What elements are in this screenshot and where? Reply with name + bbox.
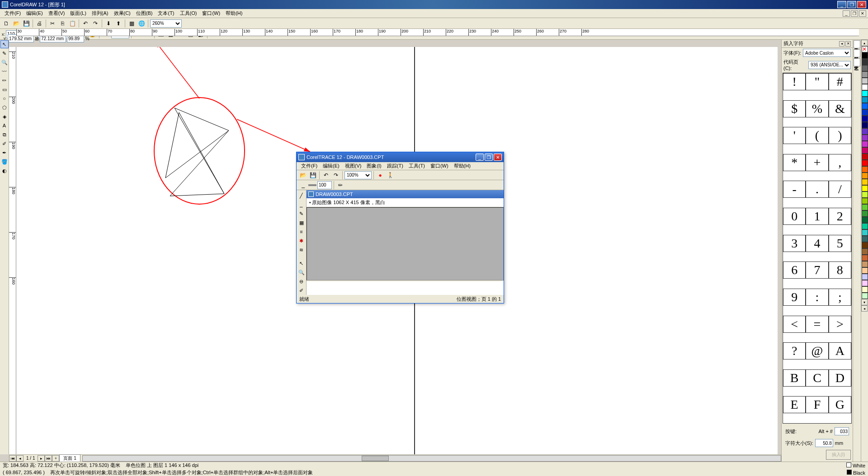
trace-menu-window[interactable]: 窗口(W) xyxy=(428,162,451,170)
menu-view[interactable]: 查看(V) xyxy=(46,9,68,18)
trace-redo-icon[interactable]: ↷ xyxy=(331,171,340,180)
trace-person-icon[interactable]: 🚶 xyxy=(386,171,395,180)
trace-canvas[interactable] xyxy=(307,207,504,280)
char-cell[interactable]: ( xyxy=(806,127,828,144)
color-swatch[interactable] xyxy=(862,173,868,179)
color-swatch[interactable] xyxy=(862,122,868,128)
eyedropper-tool-icon[interactable]: ✐ xyxy=(0,140,9,148)
interactive-fill-tool-icon[interactable]: ◐ xyxy=(0,167,9,175)
page-tab-1[interactable]: 页面 1 xyxy=(59,454,80,462)
app-launcher-icon[interactable]: ▦ xyxy=(127,19,136,28)
trace-zoom-out-icon[interactable]: ⊖ xyxy=(297,277,306,285)
mdi-minimize-button[interactable]: _ xyxy=(843,10,850,17)
trace-menu-tools[interactable]: 工具(T) xyxy=(406,162,428,170)
docker-tab-insert-char[interactable]: 插入字符 xyxy=(854,40,860,48)
freehand-tool-icon[interactable]: 〰 xyxy=(0,67,9,75)
color-swatch[interactable] xyxy=(862,210,868,217)
char-cell[interactable]: ' xyxy=(783,127,806,144)
trace-open-icon[interactable]: 📂 xyxy=(298,171,307,180)
char-cell[interactable]: = xyxy=(806,316,828,333)
color-swatch[interactable] xyxy=(862,59,868,65)
trace-3d-tool-icon[interactable]: ✱ xyxy=(297,237,306,245)
color-swatch[interactable] xyxy=(862,128,868,135)
color-swatch[interactable] xyxy=(862,185,868,191)
minimize-button[interactable]: _ xyxy=(837,1,846,8)
polygon-tool-icon[interactable]: ⬠ xyxy=(0,103,9,112)
char-cell[interactable]: G xyxy=(829,396,851,413)
trace-pick-tool-icon[interactable]: ↖ xyxy=(297,259,306,267)
trace-outline-tool-icon[interactable]: ╱ xyxy=(297,191,306,200)
color-swatch[interactable] xyxy=(862,223,868,229)
char-cell[interactable]: , xyxy=(829,154,851,171)
page-add-icon[interactable]: + xyxy=(52,455,59,462)
color-swatch[interactable] xyxy=(862,286,868,293)
char-cell[interactable]: 8 xyxy=(829,261,851,279)
color-swatch[interactable] xyxy=(862,78,868,84)
trace-save-icon[interactable]: 💾 xyxy=(308,171,317,180)
char-cell[interactable]: 4 xyxy=(806,235,828,252)
char-cell[interactable]: - xyxy=(783,181,806,198)
trace-woodcut-tool-icon[interactable]: ≡ xyxy=(297,228,306,236)
palette-scroll-down-icon[interactable]: ▾ xyxy=(861,299,868,305)
trace-brush-icon[interactable]: ✏ xyxy=(336,181,345,190)
fill-tool-icon[interactable]: 🪣 xyxy=(0,158,9,166)
char-cell[interactable]: + xyxy=(806,154,828,171)
char-cell[interactable]: D xyxy=(829,369,851,387)
char-cell[interactable]: # xyxy=(829,73,851,90)
char-cell[interactable]: 2 xyxy=(829,208,851,225)
paste-icon[interactable]: 📋 xyxy=(68,19,77,28)
char-cell[interactable]: > xyxy=(829,316,851,333)
trace-menu-file[interactable]: 文件(F) xyxy=(298,162,320,170)
menu-help[interactable]: 帮助(H) xyxy=(223,9,245,18)
page-last-icon[interactable]: ⏭ xyxy=(45,455,52,462)
color-swatch[interactable] xyxy=(862,109,868,116)
codepage-select[interactable]: 936 (ANSI/OE... xyxy=(808,61,851,69)
trace-zoom-in-icon[interactable]: 🔍 xyxy=(297,268,306,276)
color-swatch[interactable] xyxy=(862,65,868,71)
color-swatch[interactable] xyxy=(862,267,868,274)
color-swatch[interactable] xyxy=(862,204,868,210)
color-swatch[interactable] xyxy=(862,280,868,286)
char-cell[interactable]: E xyxy=(783,396,806,413)
color-swatch[interactable] xyxy=(862,198,868,204)
color-swatch[interactable] xyxy=(862,147,868,154)
char-size-input[interactable] xyxy=(815,439,833,447)
trace-title-bar[interactable]: CorelTRACE 12 - DRAW0003.CPT _ ❐ ✕ xyxy=(297,152,504,162)
trace-menu-view[interactable]: 视图(V) xyxy=(342,162,364,170)
export-icon[interactable]: ⬆ xyxy=(114,19,123,28)
trace-menu-image[interactable]: 图象(I) xyxy=(364,162,384,170)
color-swatch[interactable] xyxy=(862,141,868,147)
menu-tools[interactable]: 工具(O) xyxy=(177,9,200,18)
menu-arrange[interactable]: 排列(A) xyxy=(89,9,111,18)
trace-menu-help[interactable]: 帮助(H) xyxy=(451,162,473,170)
color-swatch[interactable] xyxy=(862,71,868,78)
docker-tab-artistic[interactable]: 艺术笔 xyxy=(854,58,860,66)
color-swatch[interactable] xyxy=(862,274,868,280)
char-cell[interactable]: 6 xyxy=(783,261,806,279)
trace-maximize-button[interactable]: ❐ xyxy=(485,154,493,161)
mdi-restore-button[interactable]: ❐ xyxy=(851,10,858,17)
outline-tool-icon[interactable]: ✒ xyxy=(0,149,9,157)
char-cell[interactable]: 0 xyxy=(783,208,806,225)
char-cell[interactable]: F xyxy=(806,396,828,413)
color-swatch[interactable] xyxy=(862,84,868,90)
char-cell[interactable]: % xyxy=(806,100,828,117)
color-swatch[interactable] xyxy=(862,103,868,109)
basic-shapes-tool-icon[interactable]: ◈ xyxy=(0,112,9,121)
mdi-close-button[interactable]: ✕ xyxy=(859,10,866,17)
trace-close-button[interactable]: ✕ xyxy=(494,154,502,161)
zoom-tool-icon[interactable]: 🔍 xyxy=(0,58,9,66)
trace-sketch-tool-icon[interactable]: ✎ xyxy=(297,210,306,218)
menu-window[interactable]: 窗口(W) xyxy=(199,9,223,18)
char-cell[interactable]: 9 xyxy=(783,289,806,306)
menu-edit[interactable]: 编辑(E) xyxy=(24,9,46,18)
menu-file[interactable]: 文件(F) xyxy=(2,9,24,18)
smart-draw-tool-icon[interactable]: ✏ xyxy=(0,76,9,84)
char-cell[interactable]: / xyxy=(829,181,851,198)
char-cell[interactable]: 1 xyxy=(806,208,828,225)
trace-eyedropper-icon[interactable]: ✐ xyxy=(297,286,306,294)
char-cell[interactable]: B xyxy=(783,369,806,387)
char-cell[interactable]: 7 xyxy=(806,261,828,279)
color-swatch[interactable] xyxy=(862,191,868,198)
trace-advanced-tool-icon[interactable]: ≋ xyxy=(297,246,306,254)
